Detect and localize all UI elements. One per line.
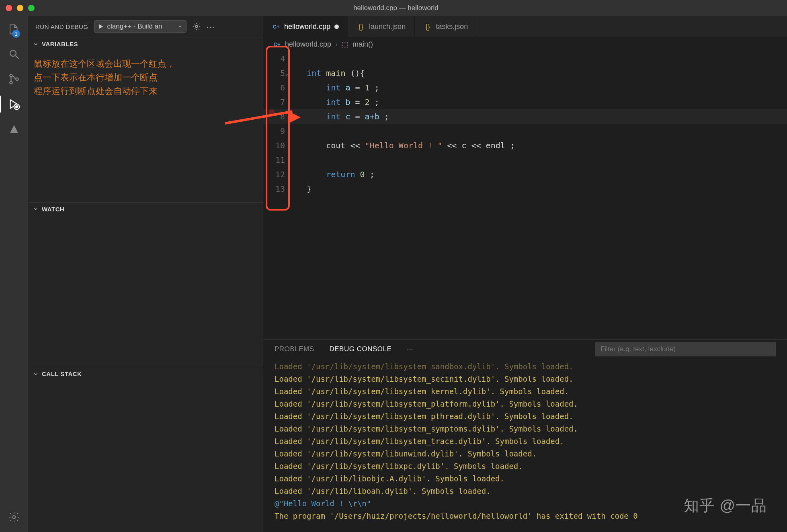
window-close-icon[interactable] xyxy=(6,5,12,11)
code-content[interactable]: int main (){ int a = 1 ; int b = 2 ; int… xyxy=(297,51,787,339)
svg-point-5 xyxy=(12,516,16,519)
svg-point-6 xyxy=(195,25,198,28)
variables-section[interactable]: VARIABLES 鼠标放在这个区域会出现一个红点， 点一下表示在本行增加一个断… xyxy=(28,37,263,202)
code-editor[interactable]: ⌄ 45678910111213 int main (){ int a = 1 … xyxy=(263,51,787,339)
dirty-indicator-icon xyxy=(334,25,339,29)
svg-point-1 xyxy=(10,74,12,77)
explorer-badge: 1 xyxy=(12,30,20,38)
debug-sidebar: RUN AND DEBUG clang++ - Build an ··· VAR… xyxy=(28,16,263,532)
cpp-file-icon: C+ xyxy=(273,40,281,48)
breakpoint-icon[interactable] xyxy=(269,109,275,115)
watermark-text: 知乎 @一品 xyxy=(684,495,767,516)
sidebar-title: RUN AND DEBUG xyxy=(35,23,88,30)
more-icon[interactable]: ··· xyxy=(207,22,216,31)
json-file-icon: {} xyxy=(424,23,432,31)
chevron-right-icon: › xyxy=(335,40,338,49)
svg-point-0 xyxy=(10,50,16,56)
debug-console-tab[interactable]: DEBUG CONSOLE xyxy=(329,345,391,353)
symbol-method-icon: ⬚ xyxy=(342,40,348,49)
fold-icon[interactable]: ⌄ xyxy=(285,66,288,80)
explorer-icon[interactable]: 1 xyxy=(7,23,21,36)
breadcrumb-file: helloworld.cpp xyxy=(285,40,331,49)
run-debug-icon[interactable] xyxy=(7,97,21,111)
tab-launch-json[interactable]: {} launch.json xyxy=(348,16,415,37)
search-icon[interactable] xyxy=(7,47,21,61)
tab-label: tasks.json xyxy=(436,23,468,31)
source-control-icon[interactable] xyxy=(7,72,21,86)
extensions-icon[interactable] xyxy=(7,122,21,136)
tab-label: launch.json xyxy=(369,23,406,31)
json-file-icon: {} xyxy=(357,23,365,31)
tab-helloworld-cpp[interactable]: C+ helloworld.cpp xyxy=(263,16,348,37)
variables-label: VARIABLES xyxy=(42,41,78,47)
more-icon[interactable]: ··· xyxy=(407,345,413,354)
titlebar: helloworld.cpp — helloworld xyxy=(0,0,787,16)
launch-config-label: clang++ - Build an xyxy=(107,23,162,31)
breadcrumb-symbol: main() xyxy=(353,40,373,49)
chevron-down-icon xyxy=(177,24,183,29)
activity-bar: 1 xyxy=(0,16,28,532)
breadcrumb[interactable]: C+ helloworld.cpp › ⬚ main() xyxy=(263,37,787,51)
settings-icon[interactable] xyxy=(7,510,21,524)
editor-tabs: C+ helloworld.cpp {} launch.json {} task… xyxy=(263,16,787,37)
callstack-section[interactable]: CALL STACK xyxy=(28,367,263,532)
watch-section[interactable]: WATCH xyxy=(28,202,263,367)
annotation-text: 鼠标放在这个区域会出现一个红点， 点一下表示在本行增加一个断点 程序运行到断点处… xyxy=(28,51,263,104)
launch-config-select[interactable]: clang++ - Build an xyxy=(94,20,187,33)
window-title: helloworld.cpp — helloworld xyxy=(35,4,757,12)
cpp-file-icon: C+ xyxy=(272,23,280,31)
window-minimize-icon[interactable] xyxy=(17,5,23,11)
play-icon xyxy=(98,23,104,30)
callstack-label: CALL STACK xyxy=(42,370,82,377)
gear-icon[interactable] xyxy=(192,22,201,31)
problems-tab[interactable]: PROBLEMS xyxy=(275,345,314,353)
window-maximize-icon[interactable] xyxy=(28,5,35,11)
line-gutter[interactable]: ⌄ 45678910111213 xyxy=(263,51,297,339)
svg-point-2 xyxy=(10,82,12,84)
tab-tasks-json[interactable]: {} tasks.json xyxy=(415,16,477,37)
tab-label: helloworld.cpp xyxy=(284,23,330,31)
watch-label: WATCH xyxy=(42,206,64,213)
editor-area: C+ helloworld.cpp {} launch.json {} task… xyxy=(263,16,787,532)
svg-point-3 xyxy=(16,78,18,80)
console-filter-input[interactable] xyxy=(595,342,776,356)
